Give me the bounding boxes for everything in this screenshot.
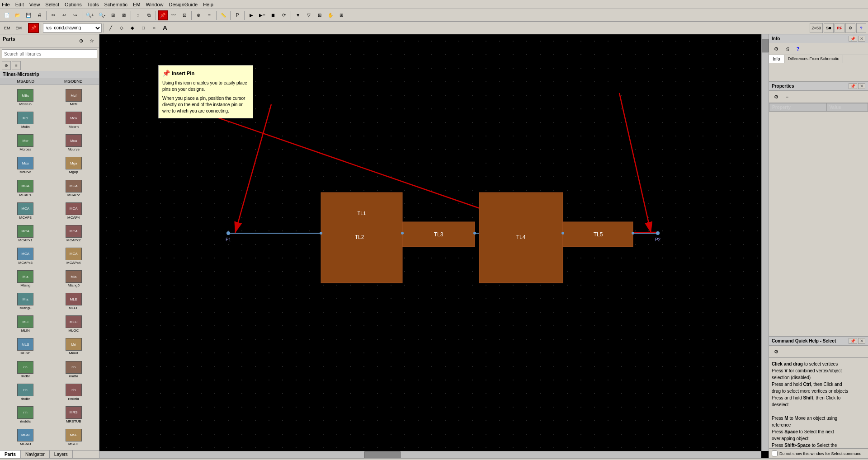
insert-port-button[interactable]: ⊡ — [179, 10, 189, 20]
diamond-up-button[interactable]: ◇ — [117, 23, 127, 33]
part-item-p6[interactable]: McuMcurve — [50, 132, 98, 154]
part-item-p31[interactable]: MGNMGND — [2, 427, 49, 448]
menu-view[interactable]: View — [29, 2, 40, 7]
rect-button[interactable]: □ — [138, 23, 148, 33]
line-button[interactable]: ╱ — [106, 23, 116, 33]
em-button-1[interactable]: EM — [2, 23, 13, 33]
print-button[interactable]: 🖨 — [34, 10, 44, 20]
part-item-p15[interactable]: MCAMCAPx3 — [2, 245, 49, 267]
canvas-scroll-v[interactable] — [761, 34, 769, 451]
run-options-button[interactable]: ▶≡ — [257, 10, 267, 20]
part-item-p20[interactable]: MLEMLEF — [50, 291, 98, 312]
part-item-p9[interactable]: MCAMCAP1 — [2, 178, 49, 199]
part-item-p24[interactable]: MriMrind — [50, 336, 98, 357]
info-help-btn[interactable]: ? — [793, 44, 802, 53]
part-item-p30[interactable]: MRSMRSTUB — [50, 404, 98, 426]
part-item-p17[interactable]: MlaMlang — [2, 268, 49, 290]
props-gear-btn[interactable]: ⚙ — [772, 92, 781, 101]
ellipse-button[interactable]: ○ — [149, 23, 159, 33]
cmd-hide-checkbox[interactable] — [772, 451, 778, 456]
part-item-p19[interactable]: MlaMlang8 — [2, 291, 49, 312]
menu-options[interactable]: Options — [65, 2, 82, 7]
props-settings-btn[interactable]: ≡ — [783, 92, 792, 101]
info-close-btn[interactable]: ✕ — [858, 36, 865, 42]
sweep-button[interactable]: ⟳ — [279, 10, 289, 20]
parts-search-input[interactable] — [2, 49, 97, 58]
parts-tab-list[interactable]: ≡ — [12, 61, 21, 70]
parts-add-btn[interactable]: ⊕ — [76, 36, 85, 45]
text-button[interactable]: A — [160, 23, 170, 33]
props-pin-btn[interactable]: 📌 — [849, 83, 857, 89]
canvas-scroll-h[interactable] — [99, 451, 761, 458]
em-rf-button[interactable]: RF — [835, 23, 844, 33]
parts-fav-btn[interactable]: ☆ — [87, 36, 96, 45]
cmd-pin-btn[interactable]: 📌 — [849, 338, 857, 344]
info-print-btn[interactable]: 🖨 — [783, 44, 792, 53]
menu-tools[interactable]: Tools — [87, 2, 99, 7]
help-toolbar-button[interactable]: ? — [856, 23, 866, 33]
open-button[interactable]: 📂 — [13, 10, 23, 20]
new-button[interactable]: 📄 — [2, 10, 12, 20]
part-item-p18[interactable]: MlaMlang5 — [50, 268, 98, 290]
part-item-p27[interactable]: rinrindbr — [2, 381, 49, 403]
cmd-gear-btn[interactable]: ⚙ — [772, 347, 781, 356]
info-tab-differences[interactable]: Differences From Schematic — [784, 55, 843, 63]
part-item-p13[interactable]: MCAMCAPx1 — [2, 223, 49, 244]
menu-window[interactable]: Window — [146, 2, 163, 7]
tab-parts[interactable]: Parts — [0, 451, 21, 458]
add-component-button[interactable]: ⊕ — [193, 10, 203, 20]
spar-button[interactable]: S■ — [824, 23, 834, 33]
part-item-p3[interactable]: MclMclin — [2, 109, 49, 131]
run-button[interactable]: ▶ — [246, 10, 256, 20]
part-item-p2[interactable]: McfMcfil — [50, 87, 98, 108]
diamond-down-button[interactable]: ◆ — [127, 23, 137, 33]
part-item-p29[interactable]: rinrinddis — [2, 404, 49, 426]
zoom-out-button[interactable]: 🔍- — [97, 10, 107, 20]
part-item-p16[interactable]: MCAMCAPx4 — [50, 245, 98, 267]
menu-designguide[interactable]: DesignGuide — [169, 2, 198, 7]
cmd-close-btn[interactable]: ✕ — [858, 338, 865, 344]
part-item-p28[interactable]: rinrindela — [50, 381, 98, 403]
part-item-p5[interactable]: McrMcross — [2, 132, 49, 154]
pan-button[interactable]: ✋ — [326, 10, 335, 20]
menu-em[interactable]: EM — [133, 2, 141, 7]
insert-wire-button[interactable]: 〰 — [169, 10, 179, 20]
info-gear-btn[interactable]: ⚙ — [772, 44, 781, 53]
part-item-p26[interactable]: rinrindbr — [50, 359, 98, 380]
move-button[interactable]: ↕ — [133, 10, 143, 20]
params-button[interactable]: P — [232, 10, 242, 20]
parts-tab-add[interactable]: ⊕ — [2, 61, 11, 70]
redo-button[interactable]: ↪ — [70, 10, 80, 20]
component-lib-button[interactable]: ≡ — [204, 10, 214, 20]
deselect-button[interactable]: ▽ — [304, 10, 314, 20]
fit-view-button[interactable]: ⊞ — [315, 10, 325, 20]
part-item-p14[interactable]: MCAMCAPx2 — [50, 223, 98, 244]
zoom-fit-button[interactable]: ⊞ — [108, 10, 118, 20]
info-pin-btn[interactable]: 📌 — [849, 36, 857, 42]
part-item-p7[interactable]: McuMcurve — [2, 155, 49, 176]
z50-button[interactable]: Z=50 — [810, 23, 823, 33]
props-close-btn[interactable]: ✕ — [858, 83, 865, 89]
part-item-p25[interactable]: rinrindbr — [2, 359, 49, 380]
menu-select[interactable]: Select — [45, 2, 59, 7]
tab-navigator[interactable]: Navigator — [21, 451, 50, 458]
part-item-p4[interactable]: McoMcorn — [50, 109, 98, 131]
menu-schematic[interactable]: Schematic — [104, 2, 127, 7]
select-button[interactable]: ▼ — [293, 10, 303, 20]
layer-dropdown[interactable]: v.s_cond.drawing — [43, 23, 102, 33]
copy-button[interactable]: ⧉ — [144, 10, 154, 20]
menu-help[interactable]: Help — [203, 2, 213, 7]
menu-file[interactable]: File — [2, 2, 10, 7]
menu-edit[interactable]: Edit — [15, 2, 24, 7]
cut-button[interactable]: ✂ — [48, 10, 58, 20]
part-item-p10[interactable]: MCAMCAP2 — [50, 178, 98, 199]
part-item-p23[interactable]: MLSMLSC — [2, 336, 49, 357]
undo-button[interactable]: ↩ — [59, 10, 69, 20]
settings-button[interactable]: ⚙ — [845, 23, 855, 33]
zoom-select-button[interactable]: ⊠ — [119, 10, 129, 20]
canvas-area[interactable]: TL2 TL3 TL4 TL5 TL1 P1 — [99, 34, 769, 458]
part-item-p11[interactable]: MCAMCAP3 — [2, 200, 49, 222]
em-button-2[interactable]: EM — [14, 23, 24, 33]
info-tab-info[interactable]: Info — [769, 55, 784, 63]
part-item-p1[interactable]: MBsMBstub — [2, 87, 49, 108]
